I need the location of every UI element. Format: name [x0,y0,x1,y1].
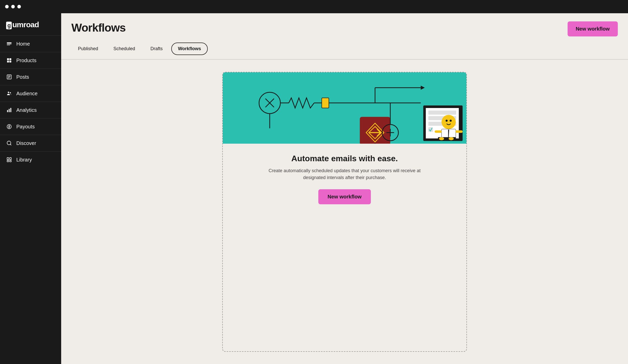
home-icon [6,41,12,47]
svg-line-18 [10,144,11,145]
workflow-card-title: Automate emails with ease. [233,154,456,163]
svg-point-12 [10,92,11,93]
sidebar-logo: GUMROAD [0,13,61,35]
sidebar-item-home[interactable]: Home [0,35,61,52]
svg-rect-46 [428,111,456,115]
sidebar-item-audience-label: Audience [16,91,37,97]
sidebar-item-products[interactable]: Products [0,52,61,69]
library-icon [6,157,12,163]
sidebar: GUMROAD Home Products Posts [0,13,61,364]
circuit-illustration [223,72,466,144]
svg-rect-14 [9,109,10,112]
svg-rect-1 [7,44,11,44]
svg-point-58 [439,137,444,140]
logo-text: GUMROAD [6,20,39,29]
sidebar-item-analytics[interactable]: Analytics [0,102,61,118]
payouts-icon [6,124,12,130]
discover-icon [6,140,12,146]
svg-rect-5 [9,58,11,60]
sidebar-nav: Home Products Posts Audience [0,35,61,168]
logo-icon: G [6,22,12,29]
svg-point-17 [7,141,11,145]
page-title: Workflows [71,21,126,34]
workflow-illustration [223,72,466,144]
workflow-card-description: Create automatically scheduled updates t… [268,167,421,181]
sidebar-item-discover-label: Discover [16,140,36,146]
svg-rect-56 [455,130,463,133]
svg-rect-13 [7,110,8,112]
tab-workflows[interactable]: Workflows [171,43,208,55]
svg-rect-20 [10,158,11,160]
svg-rect-0 [7,43,11,44]
titlebar-dot-2 [11,5,15,8]
analytics-icon [6,107,12,113]
svg-point-50 [441,115,456,129]
svg-rect-2 [7,45,10,45]
titlebar-dot-1 [5,5,9,8]
svg-rect-21 [7,160,9,162]
titlebar-dot-3 [17,5,21,8]
svg-rect-4 [7,61,9,62]
sidebar-item-posts-label: Posts [16,74,29,80]
svg-rect-19 [7,158,9,160]
svg-rect-15 [10,108,11,112]
workflow-card: Automate emails with ease. Create automa… [222,72,467,352]
tab-scheduled[interactable]: Scheduled [107,43,142,55]
sidebar-item-home-label: Home [16,41,30,47]
sidebar-item-posts[interactable]: Posts [0,69,61,85]
svg-point-52 [450,120,452,122]
main-content: Workflows New workflow Published Schedul… [61,13,628,364]
products-icon [6,57,12,63]
sidebar-item-payouts[interactable]: Payouts [0,118,61,135]
svg-point-59 [449,137,454,140]
sidebar-item-audience[interactable]: Audience [0,85,61,102]
svg-rect-55 [435,130,442,133]
posts-icon [6,74,12,80]
tabs-container: Published Scheduled Drafts Workflows [61,36,628,55]
audience-icon [6,90,12,97]
sidebar-item-discover[interactable]: Discover [0,135,61,151]
svg-point-11 [8,92,9,93]
svg-rect-3 [7,58,9,60]
svg-rect-22 [10,160,11,162]
main-header: Workflows New workflow [61,13,628,36]
svg-rect-6 [9,61,11,62]
svg-rect-30 [322,98,329,108]
sidebar-item-analytics-label: Analytics [16,107,37,113]
sidebar-item-products-label: Products [16,58,36,63]
svg-point-51 [446,120,448,122]
sidebar-item-library-label: Library [16,157,32,163]
content-area: Automate emails with ease. Create automa… [61,60,628,364]
workflow-content: Automate emails with ease. Create automa… [223,144,466,217]
new-workflow-cta-button[interactable]: New workflow [318,189,371,204]
tab-drafts[interactable]: Drafts [144,43,169,55]
sidebar-item-library[interactable]: Library [0,151,61,168]
new-workflow-header-button[interactable]: New workflow [568,21,618,36]
titlebar [0,0,628,13]
app-container: GUMROAD Home Products Posts [0,13,628,364]
sidebar-item-payouts-label: Payouts [16,124,35,130]
tab-published[interactable]: Published [71,43,105,55]
